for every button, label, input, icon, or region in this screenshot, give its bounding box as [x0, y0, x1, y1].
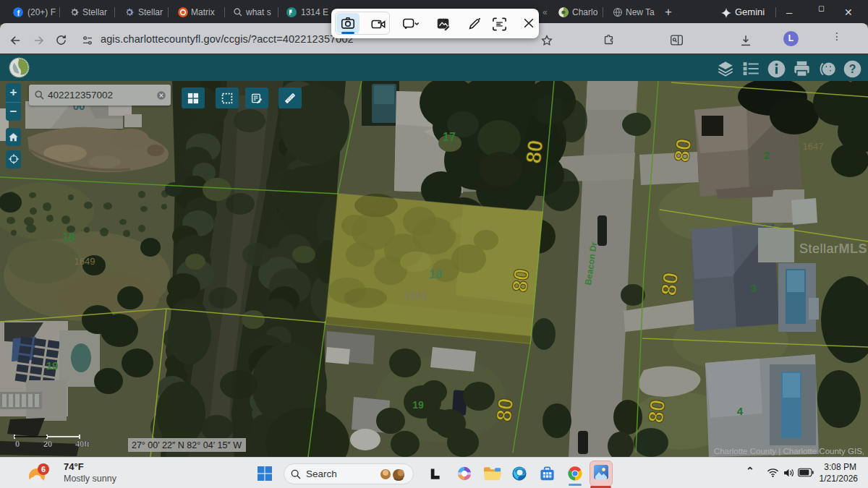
- svg-text:6: 6: [41, 465, 46, 474]
- svg-text:?: ?: [849, 63, 856, 75]
